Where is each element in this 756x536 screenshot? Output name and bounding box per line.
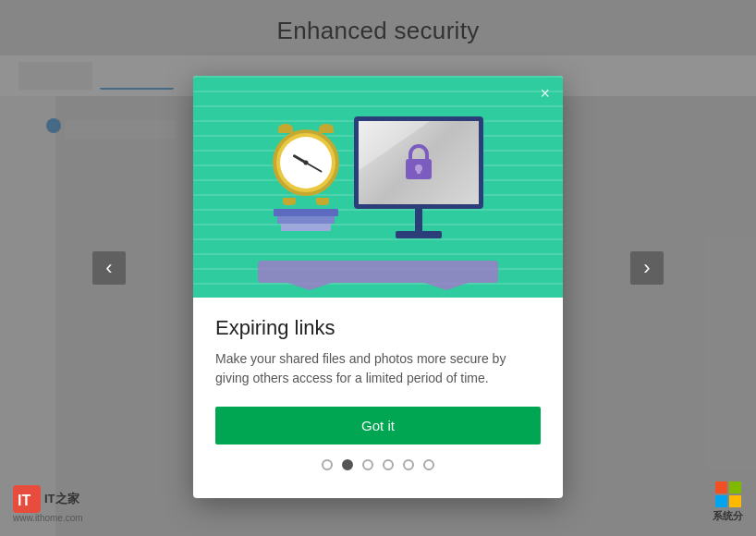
svg-rect-2 (417, 168, 421, 174)
book-3 (281, 224, 331, 231)
watermark-right: 系统分 (713, 481, 743, 523)
watermark-url: www.ithome.com (13, 513, 83, 523)
dim-overlay: Enhanced security ‹ › × (0, 0, 756, 536)
lock-icon (402, 142, 435, 183)
close-button[interactable]: × (540, 85, 550, 102)
clock-hands (280, 137, 332, 189)
dot-5[interactable] (423, 459, 434, 470)
illustration (273, 116, 483, 257)
svg-text:IT: IT (18, 493, 30, 508)
books-stack (274, 209, 338, 231)
monitor-base (396, 231, 442, 238)
clock-feet (283, 198, 329, 205)
microsoft-logo-icon (715, 481, 741, 507)
clock-bells (278, 124, 334, 133)
floor-mat (258, 261, 498, 283)
next-arrow-button[interactable]: › (630, 251, 664, 285)
monitor-screen-inner (359, 121, 479, 204)
watermark-brand: IT之家 (44, 491, 79, 507)
clock-foot-right (316, 198, 329, 205)
ms-yellow (729, 495, 741, 507)
ms-red (715, 481, 727, 493)
ms-green (729, 481, 741, 493)
modal-image-area: × (193, 76, 563, 298)
modal-heading: Expiring links (215, 316, 541, 340)
page-title: Enhanced security (0, 17, 756, 45)
alarm-clock (273, 129, 339, 231)
monitor (354, 116, 483, 238)
pagination-dots (215, 459, 541, 483)
monitor-stand (415, 209, 422, 231)
monitor-screen (354, 116, 483, 209)
clock-bell-right (319, 124, 334, 133)
clock-foot-left (283, 198, 296, 205)
dot-0[interactable] (322, 459, 333, 470)
clock-center-dot (304, 160, 309, 164)
ms-blue (715, 495, 727, 507)
modal-description: Make your shared files and photos more s… (215, 349, 541, 388)
clock-face (280, 137, 332, 189)
dot-1[interactable] (342, 459, 353, 470)
dot-3[interactable] (383, 459, 394, 470)
modal-content: Expiring links Make your shared files an… (193, 298, 563, 498)
modal-dialog: × (193, 76, 563, 498)
ithome-logo-icon: IT (13, 485, 41, 513)
watermark-right-label: 系统分 (713, 509, 743, 523)
dot-2[interactable] (362, 459, 373, 470)
book-1 (274, 209, 338, 216)
book-2 (277, 216, 335, 224)
dot-4[interactable] (403, 459, 414, 470)
clock-bell-left (278, 124, 293, 133)
watermark-left: IT IT之家 www.ithome.com (13, 485, 83, 523)
clock-body (273, 129, 339, 196)
got-it-button[interactable]: Got it (215, 407, 541, 445)
prev-arrow-button[interactable]: ‹ (92, 251, 126, 285)
